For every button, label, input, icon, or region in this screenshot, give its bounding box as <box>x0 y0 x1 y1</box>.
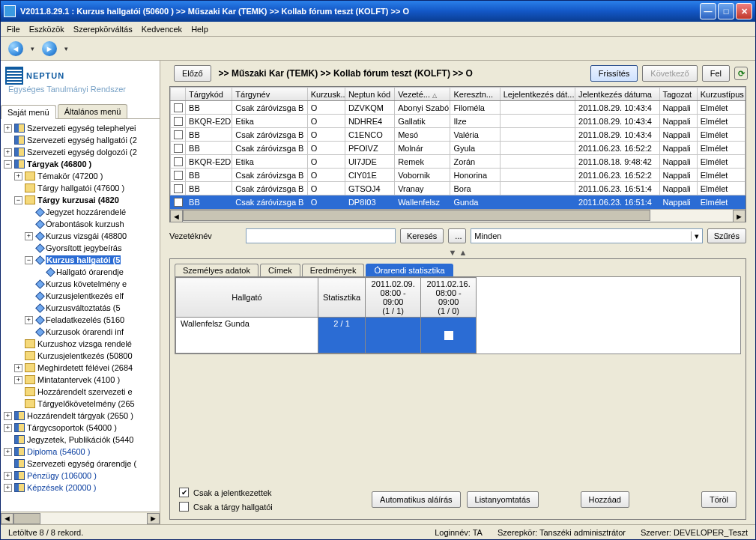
filter-button[interactable]: Szűrés <box>707 228 746 243</box>
nav-forward-dropdown[interactable]: ▾ <box>63 45 70 52</box>
sidebar-tab-general-menu[interactable]: Általános menü <box>58 104 128 118</box>
stat-col-date1[interactable]: 2011.02.09.08:00 - 09:00(1 / 1) <box>366 278 421 318</box>
col-targynev[interactable]: Tárgynév <box>232 88 307 101</box>
tree-item[interactable]: Gyorsított jegybeírás <box>4 242 160 254</box>
tree-item[interactable]: Kurzusok órarendi inf <box>4 326 160 338</box>
stat-col-date2[interactable]: 2011.02.16.08:00 - 09:00(1 / 0) <box>421 278 477 318</box>
checkbox-only-subject-students[interactable]: Csak a tárgy hallgatói <box>179 502 273 512</box>
col-targykod[interactable]: Tárgykód <box>186 88 232 101</box>
col-neptunkod[interactable]: Neptun kód <box>345 88 394 101</box>
scroll-left-icon[interactable]: ◄ <box>1 513 13 524</box>
row-checkbox[interactable] <box>174 171 183 180</box>
minimize-button[interactable]: — <box>700 3 716 19</box>
tree-item[interactable]: +Tárgycsoportok (54000 ) <box>4 422 160 434</box>
nav-forward-button[interactable]: ► <box>39 40 60 58</box>
auto-sign-button[interactable]: Automatikus aláírás <box>372 491 461 508</box>
table-row[interactable]: BBCsak záróvizsga BOPFOIVZMolnárGyula201… <box>171 142 746 155</box>
maximize-button[interactable]: □ <box>718 3 734 19</box>
col-jelentkezes[interactable]: Jelentkezés dátuma <box>575 88 659 101</box>
prev-button[interactable]: Előző <box>174 65 211 82</box>
col-lejelentkezes[interactable]: Lejelentkezés dát... <box>500 88 575 101</box>
filter-more-button[interactable]: ... <box>448 228 466 243</box>
sidebar-horizontal-scrollbar[interactable]: ◄ ► <box>1 512 160 524</box>
sidebar-tab-own-menu[interactable]: Saját menü <box>1 105 56 119</box>
nav-back-dropdown[interactable]: ▾ <box>29 45 36 52</box>
close-button[interactable]: ✕ <box>736 3 752 19</box>
menu-file[interactable]: File <box>7 25 20 34</box>
tree-view[interactable]: +Szervezeti egység telephelyei Szervezet… <box>1 119 160 512</box>
tree-item-penzugy[interactable]: +Pénzügy (106000 ) <box>4 470 160 482</box>
detail-splitter[interactable]: ▼ ▲ <box>160 246 755 258</box>
tree-item[interactable]: Szervezeti egység hallgatói (2 <box>4 134 160 146</box>
filter-input[interactable] <box>246 228 396 243</box>
row-checkbox[interactable] <box>174 144 183 153</box>
tree-item[interactable]: +Kurzus vizsgái (48800 <box>4 230 160 242</box>
grid-horizontal-scrollbar[interactable]: ◄ ► <box>170 209 746 222</box>
stat-col-stat[interactable]: Statisztika <box>318 278 366 318</box>
tree-item[interactable]: Szervezeti egység órarendje ( <box>4 458 160 470</box>
menu-rolechange[interactable]: Szerepkörváltás <box>73 25 133 34</box>
tab-addresses[interactable]: Címek <box>260 264 300 276</box>
tree-item[interactable]: +Meghirdetett félévei (2684 <box>4 362 160 374</box>
tree-item[interactable]: Tárgyelőkövetelmény (265 <box>4 398 160 410</box>
col-kurzusk[interactable]: Kurzusk... <box>307 88 345 101</box>
tree-item[interactable]: +Szervezeti egység telephelyei <box>4 122 160 134</box>
scroll-right-icon[interactable]: ► <box>147 513 160 524</box>
table-row[interactable]: BBCsak záróvizsga BODP8I03WallenfelszGun… <box>171 195 746 209</box>
tree-item[interactable]: Órabontások kurzush <box>4 218 160 230</box>
tree-item[interactable]: Kurzushoz vizsga rendelé <box>4 338 160 350</box>
tree-item[interactable]: +Feladatkezelés (5160 <box>4 314 160 326</box>
table-row[interactable]: BBCsak záróvizsga BOGTSOJ4VranayBora2011… <box>171 182 746 195</box>
tree-item[interactable]: Kurzus követelmény e <box>4 278 160 290</box>
col-keresztnev[interactable]: Keresztn... <box>450 88 500 101</box>
table-row[interactable]: BBCsak záróvizsga BOCIY01EVobornikHonori… <box>171 169 746 182</box>
tree-item[interactable]: Jegyzetek, Publikációk (5440 <box>4 434 160 446</box>
list-print-button[interactable]: Listanyomtatás <box>467 491 539 508</box>
table-row[interactable]: BKQR-E2DEtikaONDHRE4GallatikIlze2011.08.… <box>171 115 746 128</box>
tree-item[interactable]: +Szervezeti egység dolgozói (2 <box>4 146 160 158</box>
table-row[interactable]: BKQR-E2DEtikaOUI7JDERemekZorán2011.08.18… <box>171 155 746 169</box>
stat-col-student[interactable]: Hallgató <box>176 278 318 318</box>
row-checkbox[interactable] <box>174 103 183 112</box>
tree-item[interactable]: Kurzusjelentkezés (50800 <box>4 350 160 362</box>
tree-item[interactable]: +Hozzárendelt tárgyak (2650 ) <box>4 410 160 422</box>
tree-item[interactable]: Hozzárendelt szervezeti e <box>4 386 160 398</box>
col-tagozat[interactable]: Tagozat <box>659 88 697 101</box>
tab-personal-data[interactable]: Személyes adatok <box>175 264 258 276</box>
menu-help[interactable]: Help <box>191 25 208 34</box>
nav-back-button[interactable]: ◄ <box>5 40 26 58</box>
delete-button[interactable]: Töröl <box>701 491 737 508</box>
checkbox-only-enrolled[interactable]: ✔ Csak a jelentkezettek <box>179 488 273 497</box>
tab-results[interactable]: Eredmények <box>302 264 365 276</box>
row-checkbox[interactable] <box>174 184 183 193</box>
refresh-icon[interactable]: ⟳ <box>734 67 748 80</box>
scroll-right-icon[interactable]: ► <box>733 210 746 222</box>
tree-item[interactable]: +Mintatantervek (4100 ) <box>4 374 160 386</box>
tree-item[interactable]: Tárgy hallgatói (47600 ) <box>4 182 160 194</box>
tree-item[interactable]: Kurzusjelentkezés elf <box>4 290 160 302</box>
tree-item-kurzus-hallgatoi[interactable]: −Kurzus hallgatói (5 <box>4 254 160 266</box>
col-checkbox[interactable] <box>171 88 186 101</box>
tree-item[interactable]: Jegyzet hozzárendelé <box>4 206 160 218</box>
add-button[interactable]: Hozzáad <box>581 491 629 508</box>
col-kurzustipus[interactable]: Kurzustípus <box>697 88 745 101</box>
menu-tools[interactable]: Eszközök <box>29 25 64 34</box>
tree-item-diploma[interactable]: +Diploma (54600 ) <box>4 446 160 458</box>
stat-row[interactable]: Wallenfelsz Gunda 2 / 1 <box>176 318 477 354</box>
tree-item-targy-kurzusai[interactable]: −Tárgy kurzusai (4820 <box>4 194 160 206</box>
row-checkbox[interactable] <box>174 130 183 139</box>
row-checkbox[interactable] <box>174 157 183 166</box>
tree-item-kepzesek[interactable]: +Képzések (20000 ) <box>4 482 160 494</box>
tree-item[interactable]: Kurzusváltoztatás (5 <box>4 302 160 314</box>
tree-item-targyak[interactable]: −Tárgyak (46800 ) <box>4 158 160 170</box>
col-vezeteknev[interactable]: Vezeté...△ <box>395 88 450 101</box>
row-checkbox[interactable] <box>174 117 183 126</box>
table-row[interactable]: BBCsak záróvizsga BOC1ENCOMesóValéria201… <box>171 128 746 142</box>
scroll-thumb[interactable] <box>13 513 40 524</box>
filter-select[interactable]: Minden ▾ <box>471 228 702 243</box>
refresh-button[interactable]: Frissítés <box>590 65 638 82</box>
tab-schedule-stats[interactable]: Órarendi statisztika <box>366 264 453 276</box>
up-button[interactable]: Fel <box>702 65 730 82</box>
row-checkbox[interactable] <box>174 198 183 207</box>
scroll-left-icon[interactable]: ◄ <box>170 210 183 222</box>
